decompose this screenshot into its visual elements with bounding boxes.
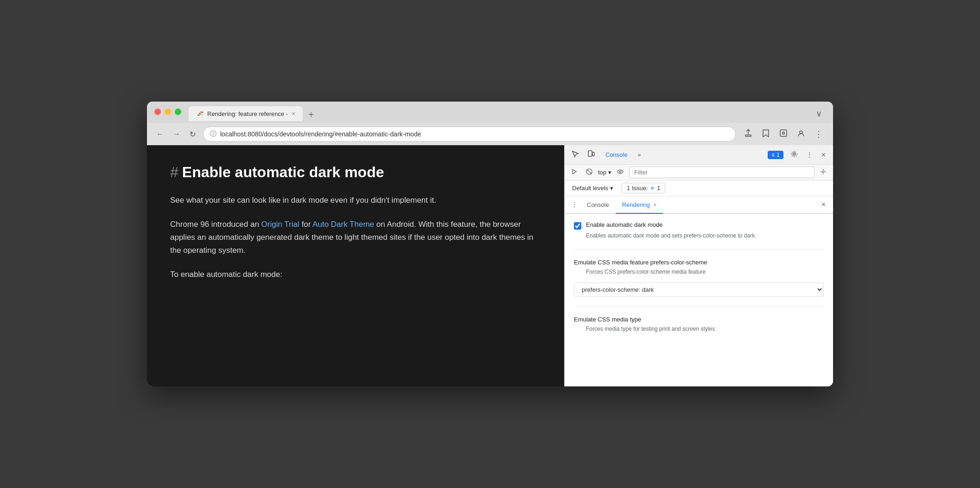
devtools-close-button[interactable]: × <box>818 149 829 161</box>
media-type-row: Emulate CSS media type <box>574 316 824 323</box>
media-type-label: Emulate CSS media type <box>574 316 641 323</box>
eye-icon <box>617 168 624 175</box>
minimize-button[interactable] <box>165 109 171 115</box>
rendering-panel-tab[interactable]: Rendering × <box>616 197 663 213</box>
filter-settings-button[interactable] <box>817 167 829 178</box>
dark-mode-label: Enable automatic dark mode <box>586 221 662 228</box>
clear-console-button[interactable] <box>583 167 595 178</box>
title-bar: Rendering: feature reference - × + ∨ <box>147 102 833 123</box>
bookmark-button[interactable] <box>759 127 773 141</box>
clear-icon <box>586 168 592 175</box>
devtools-panel: Console » ≡ 1 ⋮ × <box>564 145 833 386</box>
profile-button[interactable] <box>794 127 808 141</box>
page-para-1: See what your site can look like in dark… <box>170 194 541 207</box>
color-scheme-item: Emulate CSS media feature prefers-color-… <box>574 259 824 297</box>
close-panel-button[interactable]: × <box>818 198 829 212</box>
issue-label: 1 Issue: <box>627 185 648 192</box>
context-selector[interactable]: top ▾ <box>598 169 611 176</box>
color-scheme-label: Emulate CSS media feature prefers-color-… <box>574 259 707 266</box>
origin-trial-link[interactable]: Origin Trial <box>261 220 299 229</box>
device-toolbar-button[interactable] <box>584 148 598 161</box>
inspect-element-button[interactable] <box>568 148 582 161</box>
page-para-3: To enable automatic dark mode: <box>170 268 541 281</box>
issue-icon: ≡ <box>651 185 655 192</box>
dark-mode-row: Enable automatic dark mode <box>574 221 824 230</box>
dark-mode-item: Enable automatic dark mode Enables autom… <box>574 221 824 240</box>
forward-button[interactable]: → <box>171 128 182 140</box>
url-bar[interactable]: ⓘ localhost:8080/docs/devtools/rendering… <box>203 127 736 141</box>
maximize-button[interactable] <box>175 109 181 115</box>
devtools-more-button[interactable]: ⋮ <box>803 149 816 161</box>
svg-point-2 <box>199 113 201 115</box>
default-levels-button[interactable]: Default levels ▾ <box>569 183 616 193</box>
issue-badge[interactable]: 1 Issue: ≡ 1 <box>622 183 665 193</box>
badge-icon: ≡ <box>771 152 775 158</box>
close-button[interactable] <box>154 109 161 115</box>
devtools-toolbar: Console » ≡ 1 ⋮ × <box>565 145 833 165</box>
svg-rect-6 <box>592 152 594 156</box>
eye-button[interactable] <box>614 167 626 178</box>
profile-icon <box>797 129 805 137</box>
address-actions: ⋮ <box>741 127 826 141</box>
levels-bar: Default levels ▾ 1 Issue: ≡ 1 <box>565 180 833 196</box>
panel-tabs-row: ⋮ Console Rendering × × <box>565 196 833 214</box>
svg-line-10 <box>587 169 592 174</box>
chrome-tab-icon <box>196 110 204 117</box>
refresh-button[interactable]: ↻ <box>188 128 197 141</box>
chrome-menu-button[interactable]: ⋮ <box>812 127 826 141</box>
color-scheme-select[interactable]: No emulation prefers-color-scheme: dark … <box>574 283 824 297</box>
address-bar: ← → ↻ ⓘ localhost:8080/docs/devtools/ren… <box>147 123 833 145</box>
rendering-dark-mode-section: Enable automatic dark mode Enables autom… <box>574 221 824 250</box>
info-icon: ⓘ <box>210 130 216 138</box>
devtools-settings-button[interactable] <box>787 148 801 161</box>
rendering-content: Enable automatic dark mode Enables autom… <box>565 214 833 386</box>
filter-gear-icon <box>820 168 827 175</box>
panel-three-dots[interactable]: ⋮ <box>568 196 580 213</box>
media-type-item: Emulate CSS media type Forces media type… <box>574 316 824 333</box>
para2-mid: for <box>301 220 312 229</box>
back-button[interactable]: ← <box>154 128 165 140</box>
page-para-2: Chrome 96 introduced an Origin Trial for… <box>170 218 541 257</box>
more-tabs-button[interactable]: » <box>635 150 644 160</box>
svg-point-13 <box>822 171 824 173</box>
svg-marker-8 <box>573 169 576 174</box>
dark-mode-desc: Enables automatic dark mode and sets pre… <box>586 231 824 240</box>
context-dropdown-icon: ▾ <box>608 169 611 176</box>
browser-window: Rendering: feature reference - × + ∨ ← →… <box>147 102 833 386</box>
execute-button[interactable] <box>568 167 580 178</box>
para2-prefix: Chrome 96 introduced an <box>170 220 261 229</box>
svg-point-12 <box>619 171 621 173</box>
page-heading-text: Enable automatic dark mode <box>182 164 384 181</box>
console-panel-tab[interactable]: Console <box>580 197 616 213</box>
tab-row: Rendering: feature reference - × + <box>189 106 318 121</box>
context-label: top <box>598 169 606 176</box>
dark-mode-checkbox[interactable] <box>574 222 581 230</box>
inspect-icon <box>572 150 579 158</box>
rendering-tab-close[interactable]: × <box>653 202 656 208</box>
color-scheme-desc: Forces CSS prefers-color-scheme media fe… <box>586 268 824 276</box>
media-type-desc: Forces media type for testing print and … <box>586 325 824 333</box>
share-button[interactable] <box>741 127 755 141</box>
svg-point-11 <box>617 170 623 173</box>
hash-symbol: # <box>170 164 178 181</box>
bookmark-icon <box>762 129 770 137</box>
svg-rect-3 <box>780 130 787 136</box>
share-icon <box>744 129 752 137</box>
filter-input[interactable] <box>629 167 815 178</box>
tab-overflow-button[interactable]: ∨ <box>812 107 826 121</box>
svg-rect-5 <box>588 151 592 156</box>
extensions-button[interactable] <box>776 127 790 141</box>
tab-close-icon[interactable]: × <box>292 110 295 117</box>
messages-badge: ≡ 1 <box>768 151 783 159</box>
auto-dark-theme-link[interactable]: Auto Dark Theme <box>312 220 374 229</box>
execute-icon <box>571 168 578 175</box>
device-icon <box>587 150 595 158</box>
svg-point-4 <box>800 131 802 134</box>
new-tab-button[interactable]: + <box>305 108 318 121</box>
levels-dropdown-arrow: ▾ <box>610 185 613 192</box>
console-tab-button[interactable]: Console <box>600 149 633 161</box>
page-heading: # Enable automatic dark mode <box>170 164 541 181</box>
default-levels-label: Default levels <box>572 185 608 192</box>
active-tab[interactable]: Rendering: feature reference - × <box>189 106 303 121</box>
window-controls <box>154 109 181 115</box>
